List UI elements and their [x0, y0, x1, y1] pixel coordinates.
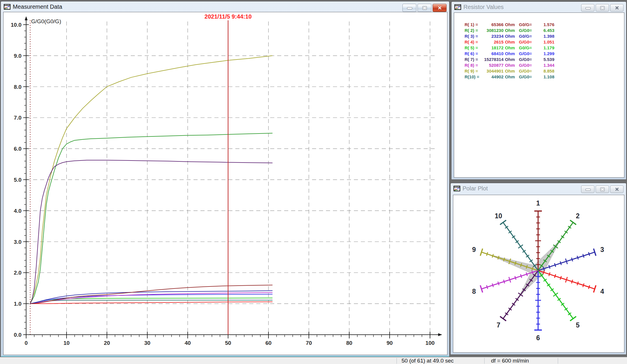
polar-axis-tick	[560, 276, 561, 280]
close-icon	[615, 187, 619, 192]
ratio-label: G/G0=	[519, 69, 535, 73]
x-tick-label: 40	[184, 340, 191, 346]
y-tick-label: 2.0	[14, 270, 22, 276]
polar-axis-4	[538, 271, 596, 293]
polar-plot-titlebar[interactable]: Polar Plot	[451, 183, 626, 194]
resistance-value: 520877	[482, 63, 504, 68]
ratio-label: G/G0=	[519, 28, 535, 33]
polar-radar-chart[interactable]: 12345678910	[453, 195, 624, 352]
resistor-row: R( 7) =15278314OhmG/G0=5.539	[465, 56, 624, 62]
resistor-row: R( 9) =3044901OhmG/G0=8.858	[465, 68, 624, 74]
minimize-button[interactable]	[581, 185, 594, 193]
status-separator	[558, 358, 558, 364]
polar-axis-number: 5	[576, 321, 580, 329]
measurement-data-titlebar[interactable]: Measurement Data	[1, 1, 449, 12]
chart-window-icon	[4, 4, 10, 10]
window-title: Measurement Data	[13, 3, 62, 10]
polar-axis-7	[500, 271, 538, 321]
y-tick-label: 7.0	[14, 115, 22, 121]
resistor-name: R( 7) =	[465, 57, 482, 62]
polar-axis-tick	[583, 254, 584, 257]
chart-axes	[26, 20, 439, 335]
resistor-name: R( 2) =	[465, 28, 482, 33]
resistor-name: R( 3) =	[465, 34, 482, 39]
polar-axis-number: 10	[495, 212, 502, 220]
polar-axis-tick	[504, 280, 505, 283]
resistance-value: 44902	[482, 74, 504, 79]
close-button[interactable]	[433, 4, 447, 12]
resistor-values-titlebar[interactable]: Resistor Values	[452, 2, 626, 12]
y-tick-label: 4.0	[14, 208, 22, 214]
close-button[interactable]	[610, 4, 624, 12]
polar-axis-tick	[498, 282, 499, 285]
polar-axis-tick	[560, 261, 561, 265]
resistance-value: 3044901	[482, 69, 504, 73]
polar-axis-tick	[500, 220, 506, 225]
close-button[interactable]	[610, 185, 624, 193]
ratio-value: 1.299	[535, 51, 554, 56]
status-flow-rate: df = 600 ml/min	[491, 357, 529, 364]
measurement-chart-client: 01020304050607080901000.01.02.03.04.05.0…	[3, 12, 447, 355]
x-tick-label: 0	[25, 340, 28, 346]
y-tick-label: 9.0	[14, 53, 22, 59]
close-icon	[437, 6, 442, 10]
polar-axis-tick	[577, 282, 578, 285]
polar-axis-number: 1	[536, 199, 540, 207]
resistance-value: 3081230	[482, 28, 504, 33]
resistor-value-list: R( 1) =65366OhmG0/G=1.576R( 2) =3081230O…	[454, 13, 624, 80]
chart-axis-title: G/G0(G0/G)	[31, 18, 61, 24]
maximize-button[interactable]	[596, 4, 609, 12]
resistor-row: R( 4) =2615OhmG/G0=1.051	[465, 39, 624, 45]
measurement-line-chart[interactable]: 01020304050607080901000.01.02.03.04.05.0…	[3, 12, 447, 354]
resistor-values-client: R( 1) =65366OhmG0/G=1.576R( 2) =3081230O…	[454, 12, 624, 178]
x-tick-label: 20	[104, 340, 110, 346]
maximize-button[interactable]	[596, 185, 609, 193]
resistor-row: R( 6) =68410OhmG/G0=1.299	[465, 51, 624, 56]
maximize-button[interactable]	[418, 4, 431, 12]
y-axis-arrow	[25, 16, 28, 20]
minimize-button[interactable]	[402, 4, 416, 12]
resistance-unit: Ohm	[504, 74, 518, 79]
polar-axis-number: 7	[497, 321, 500, 329]
y-tick-label: 1.0	[14, 301, 22, 307]
window-title: Polar Plot	[463, 185, 488, 192]
resistor-row: R( 1) =65366OhmG0/G=1.576	[465, 21, 624, 27]
ratio-label: G0/G=	[519, 34, 535, 39]
polar-axis-number: 3	[600, 246, 604, 253]
ratio-label: G/G0=	[519, 74, 535, 79]
x-tick-label: 30	[144, 340, 150, 346]
ratio-label: G/G0=	[519, 51, 535, 56]
resistor-name: R( 6) =	[465, 51, 482, 56]
resistor-name: R( 8) =	[465, 63, 482, 68]
y-tick-label: 3.0	[14, 239, 22, 245]
status-separator	[484, 358, 485, 364]
resistance-value: 65366	[482, 22, 504, 27]
y-tick-label: 10.0	[11, 22, 22, 28]
x-tick-label: 100	[425, 340, 435, 346]
polar-axis-tick	[583, 283, 584, 287]
y-tick-label: 8.0	[14, 84, 22, 90]
mdi-application: { "app": { "background": "#6e6e6e" }, "m…	[0, 0, 627, 364]
polar-axis-number: 9	[472, 246, 476, 253]
ratio-label: G/G0=	[519, 57, 535, 62]
close-icon	[615, 6, 619, 10]
minimize-icon	[585, 7, 591, 9]
resistor-name: R( 1) =	[465, 22, 482, 27]
ratio-value: 1.398	[535, 34, 554, 39]
chart-grid	[26, 21, 436, 335]
polar-axis-tick	[521, 274, 522, 278]
resistance-unit: Ohm	[504, 51, 518, 56]
polar-axis-tick	[549, 272, 550, 276]
polar-axis-number: 8	[472, 288, 476, 295]
resistor-values-window: Resistor Values R( 1) =65366OhmG0/G=1.57…	[451, 1, 626, 180]
maximize-icon	[600, 6, 605, 10]
polar-axis-tick	[554, 263, 556, 267]
polar-axis-tick	[492, 254, 493, 257]
resistance-unit: Ohm	[504, 57, 518, 62]
resistor-row: R(10) =44902OhmG/G0=1.108	[465, 74, 624, 80]
resistance-value: 23234	[482, 34, 504, 39]
minimize-button[interactable]	[581, 4, 594, 12]
maximize-icon	[422, 6, 427, 10]
x-tick-label: 90	[386, 340, 393, 346]
polar-axis-tick	[572, 280, 573, 283]
